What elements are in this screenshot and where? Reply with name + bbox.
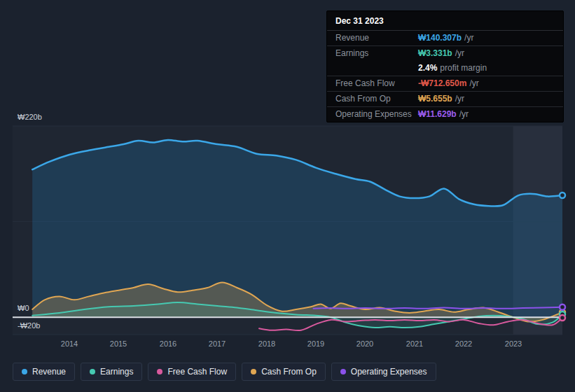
financial-history-chart-panel: ₩220b₩0-₩20b 201420152016201720182019202… <box>0 0 575 392</box>
x-axis-label: 2015 <box>110 340 127 348</box>
tooltip-date: Dec 31 2023 <box>327 11 563 31</box>
legend-label: Free Cash Flow <box>167 367 227 377</box>
tooltip-row-revenue: Revenue₩140.307b/yr <box>327 31 563 46</box>
x-axis-labels: 2014201520162017201820192020202120222023 <box>0 340 575 349</box>
revenue-swatch-icon <box>22 369 27 374</box>
legend-item-operating-expenses[interactable]: Operating Expenses <box>331 363 436 381</box>
tooltip-row-label: Cash From Op <box>335 94 418 104</box>
y-axis-label: -₩20b <box>18 321 40 330</box>
tooltip-row-value: -₩712.650m/yr <box>418 78 479 89</box>
tooltip-row-value: 2.4%profit margin <box>418 63 487 74</box>
tooltip-row-profit-margin: 2.4%profit margin <box>327 61 563 76</box>
tooltip-row-operating-expenses: Operating Expenses₩11.629b/yr <box>327 106 563 122</box>
tooltip-row-free-cash-flow: Free Cash Flow-₩712.650m/yr <box>327 76 563 91</box>
x-axis-label: 2017 <box>209 340 226 348</box>
x-axis-label: 2021 <box>406 340 423 348</box>
tooltip-row-earnings: Earnings₩3.331b/yr <box>327 46 563 61</box>
series-free-cash-flow-end-dot <box>560 315 565 321</box>
legend-item-earnings[interactable]: Earnings <box>81 363 142 381</box>
tooltip-row-value: ₩3.331b/yr <box>418 48 464 59</box>
data-tooltip: Dec 31 2023 Revenue₩140.307b/yrEarnings₩… <box>326 10 564 122</box>
x-axis-label: 2018 <box>258 340 275 348</box>
tooltip-row-cash-from-op: Cash From Op₩5.655b/yr <box>327 91 563 106</box>
legend-label: Earnings <box>100 367 133 377</box>
cash-from-op-swatch-icon <box>251 369 256 374</box>
chart-legend: RevenueEarningsFree Cash FlowCash From O… <box>13 363 436 381</box>
legend-item-free-cash-flow[interactable]: Free Cash Flow <box>148 363 236 381</box>
series-revenue-end-dot <box>560 192 565 198</box>
y-axis-label: ₩220b <box>18 113 42 122</box>
tooltip-row-value: ₩11.629b/yr <box>418 109 469 120</box>
series-operating-expenses-end-dot <box>560 304 565 310</box>
tooltip-row-label: Earnings <box>335 48 418 59</box>
x-axis-label: 2023 <box>505 340 522 348</box>
y-axis-label: ₩0 <box>18 304 29 313</box>
operating-expenses-swatch-icon <box>340 369 346 374</box>
tooltip-row-value: ₩140.307b/yr <box>418 33 473 43</box>
tooltip-rows: Revenue₩140.307b/yrEarnings₩3.331b/yr2.4… <box>327 31 563 122</box>
x-axis-label: 2016 <box>160 340 176 348</box>
legend-label: Revenue <box>32 367 66 377</box>
tooltip-row-value: ₩5.655b/yr <box>418 94 464 104</box>
y-axis-labels: ₩220b₩0-₩20b <box>0 0 56 357</box>
x-axis-label: 2020 <box>356 340 373 348</box>
tooltip-row-label: Operating Expenses <box>335 109 418 120</box>
earnings-swatch-icon <box>90 369 95 374</box>
tooltip-row-label: Revenue <box>335 33 418 43</box>
legend-item-revenue[interactable]: Revenue <box>13 363 75 381</box>
legend-item-cash-from-op[interactable]: Cash From Op <box>242 363 326 381</box>
x-axis-label: 2022 <box>455 340 472 348</box>
legend-label: Cash From Op <box>261 367 317 377</box>
free-cash-flow-swatch-icon <box>157 369 162 374</box>
tooltip-row-label: Free Cash Flow <box>335 78 418 89</box>
x-axis-label: 2019 <box>307 340 324 348</box>
x-axis-label: 2014 <box>61 340 78 348</box>
legend-label: Operating Expenses <box>351 367 427 377</box>
